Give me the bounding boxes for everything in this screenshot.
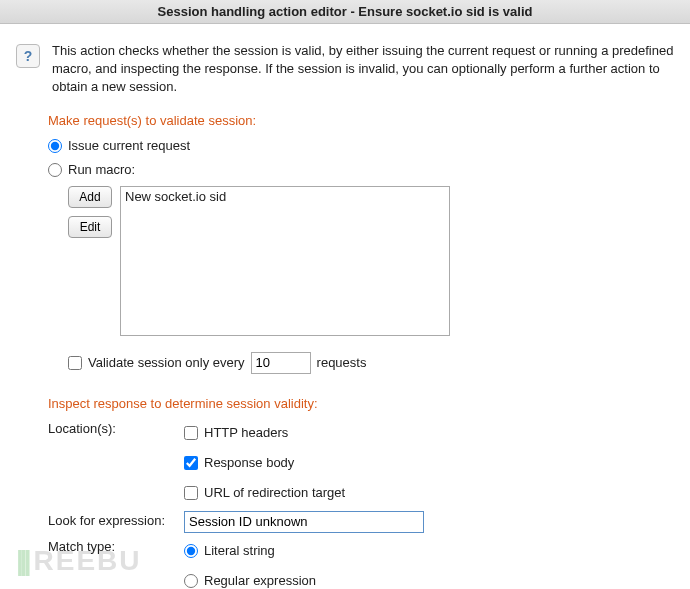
validate-every-input[interactable]	[251, 352, 311, 374]
mt-literal-radio[interactable]	[184, 544, 198, 558]
loc-redirect-label: URL of redirection target	[204, 485, 345, 500]
mt-regex-label: Regular expression	[204, 573, 316, 588]
mt-literal-row[interactable]: Literal string	[184, 541, 680, 561]
loc-headers-label: HTTP headers	[204, 425, 288, 440]
issue-current-request-radio[interactable]	[48, 139, 62, 153]
issue-current-request-radio-row[interactable]: Issue current request	[48, 136, 680, 156]
add-button[interactable]: Add	[68, 186, 112, 208]
edit-button[interactable]: Edit	[68, 216, 112, 238]
locations-label: Location(s):	[48, 419, 176, 436]
section2-heading: Inspect response to determine session va…	[48, 396, 680, 411]
description-text: This action checks whether the session i…	[52, 42, 680, 97]
issue-current-request-label: Issue current request	[68, 138, 190, 153]
mt-regex-row[interactable]: Regular expression	[184, 571, 680, 589]
content-area: ? This action checks whether the session…	[0, 24, 690, 589]
window-title: Session handling action editor - Ensure …	[0, 0, 690, 24]
loc-redirect-checkbox[interactable]	[184, 486, 198, 500]
loc-headers-checkbox[interactable]	[184, 426, 198, 440]
mt-literal-label: Literal string	[204, 543, 275, 558]
expression-input[interactable]	[184, 511, 424, 533]
mt-regex-radio[interactable]	[184, 574, 198, 588]
expression-label: Look for expression:	[48, 511, 176, 528]
loc-body-checkbox[interactable]	[184, 456, 198, 470]
validate-only-checkbox[interactable]	[68, 356, 82, 370]
validate-only-label: Validate session only every	[88, 355, 245, 370]
macro-list[interactable]: New socket.io sid	[120, 186, 450, 336]
loc-redirect-row[interactable]: URL of redirection target	[184, 483, 680, 503]
validate-suffix-label: requests	[317, 355, 367, 370]
loc-body-row[interactable]: Response body	[184, 453, 680, 473]
section1-heading: Make request(s) to validate session:	[48, 113, 680, 128]
run-macro-label: Run macro:	[68, 162, 135, 177]
run-macro-radio-row[interactable]: Run macro:	[48, 160, 680, 180]
run-macro-radio[interactable]	[48, 163, 62, 177]
loc-body-label: Response body	[204, 455, 294, 470]
match-type-label: Match type:	[48, 537, 176, 554]
macro-list-item[interactable]: New socket.io sid	[125, 189, 445, 204]
help-icon[interactable]: ?	[16, 44, 40, 68]
loc-headers-row[interactable]: HTTP headers	[184, 423, 680, 443]
